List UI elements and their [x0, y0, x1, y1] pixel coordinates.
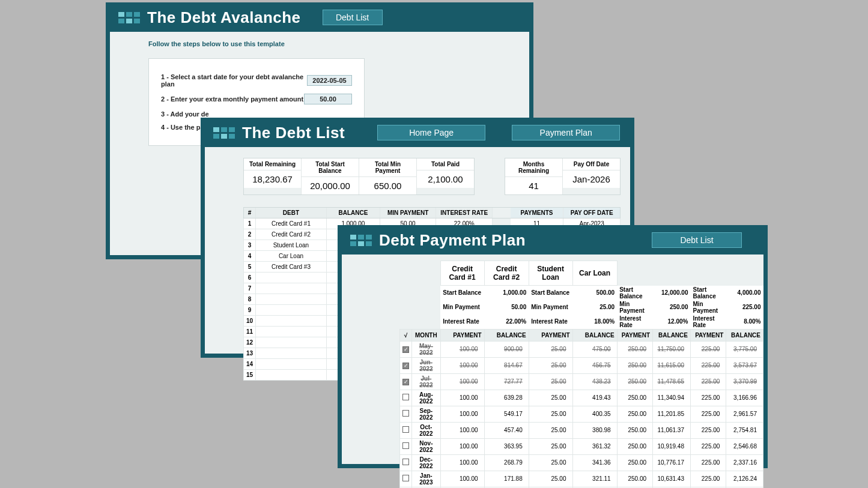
meta-label: Min Payment	[529, 300, 572, 315]
payment-cell: 25.00	[529, 454, 572, 471]
extra-payment-input[interactable]: 50.00	[304, 94, 352, 104]
table-row: Sep-2022100.00549.1725.00400.35250.0011,…	[400, 406, 763, 422]
payment-column-header: PAYMENT	[529, 329, 572, 341]
month-cell: Nov-2022	[412, 438, 441, 454]
payment-cell: 225.00	[690, 471, 726, 487]
col-header: MIN PAYMENT	[380, 208, 437, 218]
balance-cell: 2,961.57	[726, 406, 763, 422]
meta-label: Interest Rate	[690, 315, 726, 330]
payment-cell: 250.00	[617, 454, 652, 471]
payment-column-header: PAYMENT	[690, 329, 726, 341]
meta-label: Start Balance	[690, 286, 726, 300]
table-row: Dec-2022100.00268.7925.00341.36250.0010,…	[400, 454, 763, 471]
balance-cell: 456.75	[572, 357, 617, 373]
balance-cell: 2,126.24	[726, 471, 763, 487]
col-header: BALANCE	[327, 208, 380, 218]
payment-cell: 250.00	[617, 357, 652, 373]
month-checkbox[interactable]: ✓	[402, 346, 409, 353]
payment-cell: 100.00	[440, 454, 484, 471]
payment-cell: 250.00	[617, 422, 652, 438]
payment-cell: 25.00	[529, 422, 572, 438]
step-2-label: 2 - Enter your extra monthly payment amo…	[161, 95, 303, 103]
balance-cell: 321.11	[572, 471, 617, 487]
month-cell: Aug-2022	[412, 390, 441, 406]
meta-value: 225.00	[726, 300, 763, 315]
summary-value: 18,230.67	[244, 170, 301, 188]
debt-list-button[interactable]: Debt List	[323, 10, 383, 25]
balance-cell: 400.35	[572, 406, 617, 422]
col-header	[493, 208, 511, 218]
month-checkbox[interactable]	[402, 426, 409, 433]
balance-cell: 814.67	[484, 357, 529, 373]
month-checkbox[interactable]	[402, 442, 409, 449]
meta-value: 22.00%	[484, 315, 529, 330]
payment-cell: 225.00	[690, 341, 726, 357]
month-cell: May-2022	[412, 341, 441, 357]
balance-cell: 268.79	[484, 454, 529, 471]
payment-cell: 100.00	[440, 438, 484, 454]
step-3-label: 3 - Add your de	[161, 110, 209, 118]
summary-bar: Total Remaining18,230.67Total Start Bala…	[243, 158, 621, 195]
payment-cell: 250.00	[617, 471, 652, 487]
payment-plan-button[interactable]: Payment Plan	[512, 125, 620, 140]
balance-cell: 11,061.37	[653, 422, 691, 438]
payment-cell: 225.00	[690, 357, 726, 373]
meta-label: Interest Rate	[440, 315, 484, 330]
grid-icon	[118, 12, 140, 23]
balance-cell: 438.23	[572, 373, 617, 390]
debt-list-button[interactable]: Debt List	[652, 232, 742, 248]
home-page-button[interactable]: Home Page	[377, 125, 485, 140]
payment-cell: 25.00	[529, 406, 572, 422]
table-row: Jan-2023100.00171.8825.00321.11250.0010,…	[400, 471, 763, 487]
payment-cell: 225.00	[690, 390, 726, 406]
month-checkbox[interactable]	[402, 394, 409, 400]
check-column-header: √	[400, 329, 412, 341]
meta-value: 4,000.00	[726, 286, 763, 300]
month-cell: Oct-2022	[412, 422, 441, 438]
month-cell: Sep-2022	[412, 406, 441, 422]
payment-cell: 250.00	[617, 373, 652, 390]
col-header: #	[244, 208, 256, 218]
payment-column-header: PAYMENT	[440, 329, 484, 341]
header: The Debt List Home Page Payment Plan	[205, 122, 630, 147]
meta-label: Interest Rate	[529, 315, 572, 330]
balance-cell: 457.40	[484, 422, 529, 438]
summary-value: Jan-2026	[563, 170, 620, 188]
payment-cell: 100.00	[440, 422, 484, 438]
month-checkbox[interactable]: ✓	[402, 379, 409, 385]
summary-header: Months Remaining	[505, 158, 562, 177]
balance-cell: 3,775.00	[726, 341, 763, 357]
col-header: PAY OFF DATE	[563, 208, 620, 218]
payment-cell: 225.00	[690, 454, 726, 471]
step-1-label: 1 - Select a start date for your debt av…	[161, 73, 307, 88]
balance-cell: 10,919.48	[653, 438, 691, 454]
start-date-input[interactable]: 2022-05-05	[307, 75, 352, 86]
balance-cell: 2,546.68	[726, 438, 763, 454]
page-title: The Debt List	[242, 124, 345, 142]
debt-name-header: Credit Card #2	[484, 261, 529, 286]
summary-header: Total Paid	[417, 158, 474, 170]
month-checkbox[interactable]	[402, 475, 409, 481]
meta-label: Interest Rate	[617, 315, 652, 330]
header: Debt Payment Plan Debt List	[342, 229, 763, 255]
col-header: PAYMENTS	[511, 208, 564, 218]
month-checkbox[interactable]	[402, 459, 409, 465]
balance-cell: 3,166.96	[726, 390, 763, 406]
payment-cell: 250.00	[617, 341, 652, 357]
page-title: Debt Payment Plan	[379, 231, 526, 250]
body: Credit Card #1Credit Card #2Student Loan…	[342, 255, 763, 488]
payment-cell: 100.00	[440, 341, 484, 357]
payment-cell: 25.00	[529, 471, 572, 487]
month-checkbox[interactable]: ✓	[402, 363, 409, 369]
balance-cell: 419.43	[572, 390, 617, 406]
meta-label: Start Balance	[529, 286, 572, 300]
summary-header: Total Remaining	[244, 158, 301, 170]
payment-cell: 250.00	[617, 406, 652, 422]
header: The Debt Avalanche Debt List	[110, 7, 529, 32]
month-checkbox[interactable]	[402, 410, 409, 417]
balance-cell: 341.36	[572, 454, 617, 471]
col-header: INTEREST RATE	[436, 208, 493, 218]
summary-header: Total Start Balance	[302, 158, 359, 177]
meta-value: 18.00%	[572, 315, 617, 330]
month-cell: Dec-2022	[412, 454, 441, 471]
